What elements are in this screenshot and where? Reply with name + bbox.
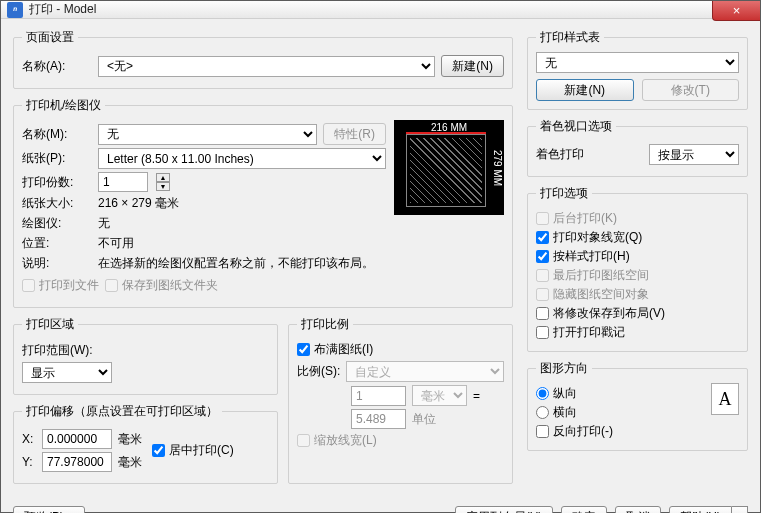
- viewport-group: 着色视口选项 着色打印 按显示: [527, 118, 748, 177]
- shadeplot-label: 着色打印: [536, 146, 643, 163]
- opt-stamp[interactable]: 打开打印戳记: [536, 324, 739, 341]
- style-new-button[interactable]: 新建(N): [536, 79, 634, 101]
- save-to-sheet-check: 保存到图纸文件夹: [105, 277, 218, 294]
- preview-hatch: [410, 138, 482, 203]
- equals-label: =: [473, 389, 480, 403]
- options-group: 打印选项 后台打印(K) 打印对象线宽(Q) 按样式打印(H) 最后打印图纸空间…: [527, 185, 748, 352]
- pagesetup-new-button[interactable]: 新建(N): [441, 55, 504, 77]
- viewport-legend: 着色视口选项: [536, 118, 616, 135]
- help-button[interactable]: 帮助(H): [669, 506, 732, 513]
- printer-group: 打印机/绘图仪 名称(M): 无 特性(R) 纸张(P): Letter (8.…: [13, 97, 513, 308]
- scale-num-input: [351, 386, 406, 406]
- paper-select[interactable]: Letter (8.50 x 11.00 Inches): [98, 148, 386, 169]
- opt-background: 后台打印(K): [536, 210, 739, 227]
- area-group: 打印区域 打印范围(W): 显示: [13, 316, 278, 395]
- paper-label: 纸张(P):: [22, 150, 92, 167]
- opt-lineweights[interactable]: 打印对象线宽(Q): [536, 229, 739, 246]
- orientation-icon: A: [711, 383, 739, 415]
- scale-num-unit: 毫米: [412, 385, 467, 406]
- papersize-value: 216 × 279 毫米: [98, 195, 179, 212]
- y-input[interactable]: [42, 452, 112, 472]
- range-select[interactable]: 显示: [22, 362, 112, 383]
- scale-legend: 打印比例: [297, 316, 353, 333]
- offset-group: 打印偏移（原点设置在可打印区域） X:毫米 Y:毫米 居中打印(C): [13, 403, 278, 484]
- ratio-label: 比例(S):: [297, 363, 340, 380]
- scale-group: 打印比例 布满图纸(I) 比例(S): 自定义 毫米 =: [288, 316, 513, 484]
- copies-spinner[interactable]: ▲▼: [156, 173, 170, 191]
- print-to-file-check: 打印到文件: [22, 277, 99, 294]
- pagesetup-name-select[interactable]: <无>: [98, 56, 435, 77]
- copies-input[interactable]: [98, 172, 148, 192]
- scale-lw-check: 缩放线宽(L): [297, 432, 504, 449]
- opt-hide-paperspace: 隐藏图纸空间对象: [536, 286, 739, 303]
- print-dialog: ⁿ 打印 - Model × 页面设置 名称(A): <无> 新建(N) 打印机…: [0, 0, 761, 513]
- opt-paperspace-last: 最后打印图纸空间: [536, 267, 739, 284]
- ok-button[interactable]: 确定: [561, 506, 607, 513]
- papersize-label: 纸张大小:: [22, 195, 92, 212]
- scale-den-input: [351, 409, 406, 429]
- orient-portrait[interactable]: 纵向: [536, 385, 711, 402]
- page-setup-group: 页面设置 名称(A): <无> 新建(N): [13, 29, 513, 89]
- desc-value: 在选择新的绘图仪配置名称之前，不能打印该布局。: [98, 255, 374, 272]
- orientation-legend: 图形方向: [536, 360, 592, 377]
- apply-button[interactable]: 应用到布局(U): [455, 506, 554, 513]
- location-label: 位置:: [22, 235, 92, 252]
- opt-styles[interactable]: 按样式打印(H): [536, 248, 739, 265]
- opt-save-changes[interactable]: 将修改保存到布局(V): [536, 305, 739, 322]
- y-label: Y:: [22, 455, 36, 469]
- y-unit: 毫米: [118, 454, 142, 471]
- pagesetup-name-label: 名称(A):: [22, 58, 92, 75]
- area-legend: 打印区域: [22, 316, 78, 333]
- orient-upside[interactable]: 反向打印(-): [536, 423, 711, 440]
- x-label: X:: [22, 432, 36, 446]
- plotter-value: 无: [98, 215, 110, 232]
- preview-button[interactable]: 预览(P)...: [13, 506, 85, 513]
- cancel-button[interactable]: 取消: [615, 506, 661, 513]
- footer: 预览(P)... 应用到布局(U) 确定 取消 帮助(H) ▸: [1, 500, 760, 513]
- x-unit: 毫米: [118, 431, 142, 448]
- copies-label: 打印份数:: [22, 174, 92, 191]
- expand-button[interactable]: ▸: [732, 506, 748, 513]
- style-modify-button: 修改(T): [642, 79, 740, 101]
- printer-name-select[interactable]: 无: [98, 124, 317, 145]
- preview-sheet: [406, 134, 486, 207]
- close-button[interactable]: ×: [712, 1, 760, 21]
- titlebar[interactable]: ⁿ 打印 - Model ×: [1, 1, 760, 19]
- printer-properties-button: 特性(R): [323, 123, 386, 145]
- x-input[interactable]: [42, 429, 112, 449]
- page-setup-legend: 页面设置: [22, 29, 78, 46]
- scale-den-unit: 单位: [412, 411, 467, 428]
- range-label: 打印范围(W):: [22, 342, 93, 359]
- window-title: 打印 - Model: [29, 1, 96, 18]
- printer-legend: 打印机/绘图仪: [22, 97, 105, 114]
- desc-label: 说明:: [22, 255, 92, 272]
- offset-legend: 打印偏移（原点设置在可打印区域）: [22, 403, 222, 420]
- orientation-group: 图形方向 纵向 横向 反向打印(-) A: [527, 360, 748, 451]
- ratio-select: 自定义: [346, 361, 504, 382]
- fit-check[interactable]: 布满图纸(I): [297, 341, 504, 358]
- printer-name-label: 名称(M):: [22, 126, 92, 143]
- style-group: 打印样式表 无 新建(N) 修改(T): [527, 29, 748, 110]
- app-icon: ⁿ: [7, 2, 23, 18]
- style-select[interactable]: 无: [536, 52, 739, 73]
- paper-preview: 216 MM 279 MM: [394, 120, 504, 215]
- plotter-label: 绘图仪:: [22, 215, 92, 232]
- shadeplot-select[interactable]: 按显示: [649, 144, 739, 165]
- options-legend: 打印选项: [536, 185, 592, 202]
- preview-height-label: 279 MM: [492, 149, 503, 185]
- location-value: 不可用: [98, 235, 134, 252]
- style-legend: 打印样式表: [536, 29, 604, 46]
- orient-landscape[interactable]: 横向: [536, 404, 711, 421]
- center-check[interactable]: 居中打印(C): [152, 442, 234, 459]
